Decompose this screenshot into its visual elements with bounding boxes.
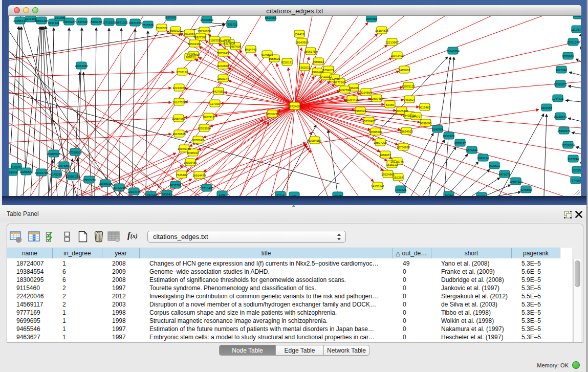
svg-text:10958107: 10958107 <box>99 182 112 185</box>
svg-text:19166825: 19166825 <box>172 133 186 136</box>
svg-text:2967608: 2967608 <box>230 45 242 48</box>
svg-text:7625402: 7625402 <box>176 173 188 177</box>
svg-text:7835721: 7835721 <box>226 23 238 26</box>
svg-text:14136141: 14136141 <box>371 185 384 188</box>
svg-text:9674444: 9674444 <box>466 149 478 152</box>
svg-text:20206576: 20206576 <box>47 152 60 156</box>
svg-text:17957253: 17957253 <box>82 179 96 182</box>
svg-text:23226058: 23226058 <box>198 30 211 33</box>
svg-text:10671355: 10671355 <box>128 21 142 25</box>
svg-text:19384554: 19384554 <box>308 139 322 142</box>
svg-text:7955812: 7955812 <box>313 60 324 63</box>
svg-text:2311494: 2311494 <box>25 17 37 20</box>
svg-text:97450: 97450 <box>572 179 580 182</box>
svg-text:931065: 931065 <box>55 16 64 19</box>
svg-text:16033809: 16033809 <box>200 18 213 21</box>
svg-text:7485063: 7485063 <box>399 69 410 72</box>
svg-text:18640910: 18640910 <box>295 41 309 44</box>
svg-text:1588520: 1588520 <box>269 57 280 60</box>
svg-text:9657791: 9657791 <box>170 184 182 187</box>
svg-text:10756928: 10756928 <box>397 146 410 149</box>
svg-text:10688609: 10688609 <box>369 130 382 134</box>
svg-text:62160: 62160 <box>386 103 394 106</box>
svg-text:2718170: 2718170 <box>177 71 188 74</box>
svg-text:10719155: 10719155 <box>102 21 116 24</box>
svg-text:983341: 983341 <box>162 193 171 196</box>
svg-text:16961758: 16961758 <box>304 50 317 53</box>
svg-text:12975125: 12975125 <box>402 85 415 88</box>
svg-text:14099489: 14099489 <box>184 161 197 164</box>
svg-text:17016504: 17016504 <box>561 144 575 147</box>
svg-text:19654923: 19654923 <box>400 130 413 133</box>
svg-text:7515526: 7515526 <box>142 24 154 27</box>
svg-text:8220131: 8220131 <box>281 61 293 64</box>
svg-text:9329966: 9329966 <box>562 55 574 58</box>
svg-text:9242848: 9242848 <box>217 64 229 68</box>
svg-text:12093872: 12093872 <box>554 83 567 86</box>
svg-text:9146821: 9146821 <box>262 53 273 56</box>
svg-text:2687682: 2687682 <box>366 17 378 20</box>
svg-text:6879197: 6879197 <box>454 142 466 145</box>
svg-text:132455: 132455 <box>330 77 339 80</box>
svg-text:9227342: 9227342 <box>556 69 568 72</box>
svg-text:915526: 915526 <box>166 16 176 19</box>
svg-text:8660123: 8660123 <box>170 29 182 32</box>
svg-text:9463627: 9463627 <box>404 98 416 101</box>
svg-text:1362615: 1362615 <box>299 66 311 69</box>
svg-text:9245652: 9245652 <box>520 188 532 191</box>
svg-text:19654965: 19654965 <box>172 117 185 120</box>
svg-text:120350: 120350 <box>572 169 581 172</box>
svg-text:9777169: 9777169 <box>334 81 346 84</box>
svg-text:15692971: 15692971 <box>557 129 571 133</box>
svg-text:10025438: 10025438 <box>395 110 408 113</box>
svg-text:8186328: 8186328 <box>209 39 221 42</box>
svg-text:9699695: 9699695 <box>420 122 432 125</box>
svg-text:3024554: 3024554 <box>360 91 372 94</box>
svg-text:1615132: 1615132 <box>386 163 398 166</box>
svg-text:7663822: 7663822 <box>156 27 168 30</box>
svg-text:18807299: 18807299 <box>374 141 387 144</box>
svg-text:98961: 98961 <box>186 56 194 59</box>
svg-text:12505135: 12505135 <box>66 175 79 178</box>
svg-text:7632621: 7632621 <box>489 164 500 167</box>
svg-text:8454749: 8454749 <box>245 48 257 51</box>
svg-text:8466160: 8466160 <box>91 20 102 24</box>
svg-text:1112973: 1112973 <box>571 28 581 31</box>
svg-text:16648794: 16648794 <box>446 50 460 53</box>
svg-text:1145193: 1145193 <box>51 173 62 176</box>
svg-text:20053346: 20053346 <box>75 64 88 68</box>
svg-text:154419: 154419 <box>294 33 304 36</box>
svg-text:18300295: 18300295 <box>266 113 279 116</box>
svg-text:1640954: 1640954 <box>432 128 444 131</box>
svg-text:16687: 16687 <box>574 16 581 17</box>
svg-text:10654112: 10654112 <box>509 180 522 183</box>
svg-text:12353594: 12353594 <box>198 127 211 130</box>
svg-text:6497598: 6497598 <box>339 89 351 92</box>
svg-text:12342737: 12342737 <box>35 171 48 174</box>
svg-text:20891406: 20891406 <box>35 19 48 23</box>
svg-text:7986322: 7986322 <box>355 110 366 113</box>
svg-text:1244415: 1244415 <box>552 97 564 100</box>
svg-text:9498222: 9498222 <box>187 151 199 155</box>
svg-text:9115460: 9115460 <box>419 106 430 109</box>
svg-text:3875645: 3875645 <box>217 52 229 55</box>
svg-text:90975867: 90975867 <box>57 164 71 167</box>
svg-text:1527602: 1527602 <box>76 20 88 24</box>
svg-text:18724007: 18724007 <box>288 105 301 108</box>
svg-text:9327509: 9327509 <box>195 36 207 39</box>
svg-text:12923446: 12923446 <box>127 190 141 193</box>
svg-text:19524861: 19524861 <box>381 173 395 176</box>
svg-text:1990448: 1990448 <box>312 71 323 74</box>
svg-text:10653287: 10653287 <box>62 20 76 24</box>
svg-text:10671355: 10671355 <box>115 21 128 24</box>
svg-text:1733426: 1733426 <box>395 188 407 191</box>
svg-text:1167334: 1167334 <box>568 158 579 161</box>
svg-text:9185061: 9185061 <box>11 166 23 169</box>
svg-text:16914479: 16914479 <box>192 174 206 177</box>
svg-text:16154838: 16154838 <box>375 29 388 32</box>
svg-text:10046788: 10046788 <box>178 147 191 150</box>
svg-text:17359924: 17359924 <box>69 151 82 154</box>
svg-text:117000: 117000 <box>210 102 220 105</box>
svg-text:3213958: 3213958 <box>541 106 553 110</box>
svg-text:9084067: 9084067 <box>380 154 391 157</box>
